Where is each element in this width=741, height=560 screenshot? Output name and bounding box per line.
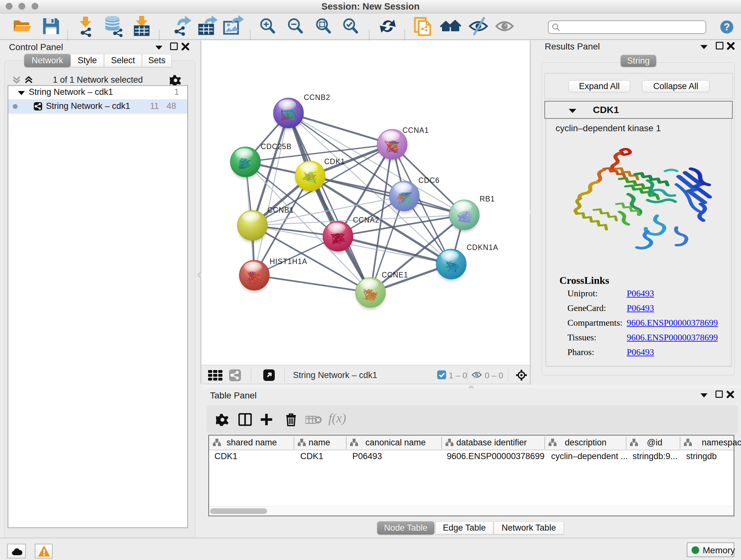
svg-text:CCNE1: CCNE1 bbox=[382, 271, 408, 279]
svg-text:CCNB2: CCNB2 bbox=[304, 93, 330, 102]
svg-text:CCNB1: CCNB1 bbox=[267, 206, 294, 214]
svg-text:CDKN1A: CDKN1A bbox=[467, 243, 498, 252]
svg-text:CCNA2: CCNA2 bbox=[353, 216, 380, 224]
svg-text:HIST1H1A: HIST1H1A bbox=[270, 257, 307, 266]
svg-text:RB1: RB1 bbox=[480, 195, 495, 203]
svg-text:CDC25B: CDC25B bbox=[261, 142, 292, 151]
svg-text:CDK1: CDK1 bbox=[324, 158, 345, 166]
svg-text:CDC6: CDC6 bbox=[418, 176, 440, 185]
svg-text:CCNA1: CCNA1 bbox=[402, 126, 429, 134]
